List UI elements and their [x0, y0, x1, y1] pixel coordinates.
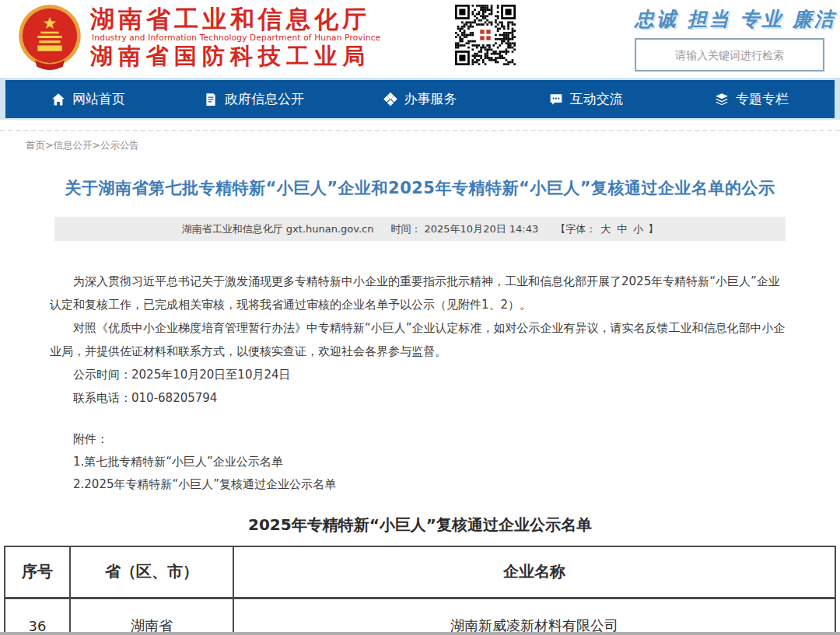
document-icon	[204, 92, 218, 106]
nav-item-services[interactable]: 办事服务	[337, 80, 502, 118]
service-icon	[383, 92, 397, 106]
article-meta-bar: 湖南省工业和信息化厅 gxt.hunan.gov.cn 时间： 2025年10月…	[54, 217, 786, 241]
breadcrumb-separator: >	[45, 139, 53, 151]
columns-icon	[715, 92, 729, 106]
national-emblem-icon	[17, 3, 82, 72]
nav-item-special-columns[interactable]: 专题专栏	[669, 80, 835, 118]
nav-item-label: 网站首页	[72, 90, 125, 108]
article: 关于湖南省第七批专精特新“小巨人”企业和2025年专精特新“小巨人”复核通过企业…	[0, 177, 840, 496]
home-icon	[51, 92, 65, 106]
org-title-cn: 湖南省工业和信息化厅	[90, 5, 380, 32]
main-nav: 网站首页 政府信息公开 办事服务 互动交流 专题专栏	[5, 80, 835, 118]
font-size-medium-button[interactable]: 中	[617, 222, 627, 236]
col-header-province: 省（区、市）	[70, 546, 233, 598]
company-table: 序号 省（区、市） 企业名称 36 湖南省 湖南新威凌新材料有限公司	[4, 546, 836, 635]
org-title-cn2: 湖南省国防科技工业局	[90, 44, 380, 69]
breadcrumb-announcements[interactable]: 公示公告	[100, 139, 139, 151]
contact-phone: 联系电话：010-68205794	[50, 386, 790, 410]
nav-wrapper: 网站首页 政府信息公开 办事服务 互动交流 专题专栏	[0, 78, 840, 120]
slogan-banner: 忠诚 担当 专业 廉洁	[635, 6, 831, 32]
article-title: 关于湖南省第七批专精特新“小巨人”企业和2025年专精特新“小巨人”复核通过企业…	[0, 177, 840, 199]
publish-time-label: 时间：	[391, 222, 422, 236]
attachment-link-2[interactable]: 2.2025年专精特新“小巨人”复核通过企业公示名单	[50, 473, 790, 496]
cell-company: 湖南新威凌新材料有限公司	[233, 598, 835, 635]
cell-province: 湖南省	[70, 598, 233, 635]
site-logo[interactable]: 湖南省工业和信息化厅 Industry and Information Tech…	[17, 3, 380, 72]
search-input[interactable]	[636, 40, 823, 70]
qr-code	[455, 5, 516, 65]
nav-item-interaction[interactable]: 互动交流	[503, 80, 669, 118]
paragraph: 为深入贯彻习近平总书记关于激发涌现更多专精特新中小企业的重要指示批示精神，工业和…	[50, 270, 790, 316]
breadcrumb-home[interactable]: 首页	[26, 139, 45, 151]
attachments: 附件： 1.第七批专精特新“小巨人”企业公示名单 2.2025年专精特新“小巨人…	[50, 428, 790, 496]
publish-time: 2025年10月20日 14:43	[425, 222, 539, 236]
font-size-small-button[interactable]: 小	[633, 222, 643, 236]
cell-serial: 36	[5, 598, 70, 635]
nav-item-label: 互动交流	[570, 90, 623, 108]
nav-item-label: 办事服务	[404, 90, 457, 108]
search-box	[635, 38, 824, 72]
table-row: 36 湖南省 湖南新威凌新材料有限公司	[5, 598, 835, 635]
table-header-row: 序号 省（区、市） 企业名称	[5, 546, 835, 598]
col-header-serial: 序号	[5, 546, 70, 598]
table-title: 2025年专精特新“小巨人”复核通过企业公示名单	[0, 515, 840, 536]
col-header-company: 企业名称	[233, 546, 835, 598]
org-title-en: Industry and Information Technology Depa…	[92, 33, 380, 43]
nav-item-gov-info[interactable]: 政府信息公开	[171, 80, 337, 118]
publicity-period: 公示时间：2025年10月20日至10月24日	[50, 363, 790, 386]
font-size-label: 【字体：	[555, 222, 596, 236]
nav-item-label: 政府信息公开	[225, 90, 304, 108]
article-body: 为深入贯彻习近平总书记关于激发涌现更多专精特新中小企业的重要指示批示精神，工业和…	[50, 270, 790, 496]
attachments-label: 附件：	[50, 428, 790, 451]
site-header: 湖南省工业和信息化厅 Industry and Information Tech…	[0, 0, 840, 78]
nav-item-label: 专题专栏	[736, 90, 789, 108]
chat-icon	[549, 92, 563, 106]
paragraph: 对照《优质中小企业梯度培育管理暂行办法》中专精特新“小巨人”企业认定标准，如对公…	[50, 316, 790, 363]
article-source: 湖南省工业和信息化厅 gxt.hunan.gov.cn	[182, 222, 374, 236]
breadcrumb-info-disclosure[interactable]: 信息公开	[53, 139, 92, 151]
page-bottom-edge	[0, 632, 840, 635]
font-size-large-button[interactable]: 大	[600, 222, 611, 236]
attachment-link-1[interactable]: 1.第七批专精特新“小巨人”企业公示名单	[50, 451, 790, 473]
breadcrumb-separator: >	[92, 139, 100, 151]
font-size-label-close: 】	[648, 222, 658, 236]
breadcrumb: 首页>信息公开>公示公告	[0, 131, 840, 152]
nav-item-home[interactable]: 网站首页	[5, 80, 171, 118]
